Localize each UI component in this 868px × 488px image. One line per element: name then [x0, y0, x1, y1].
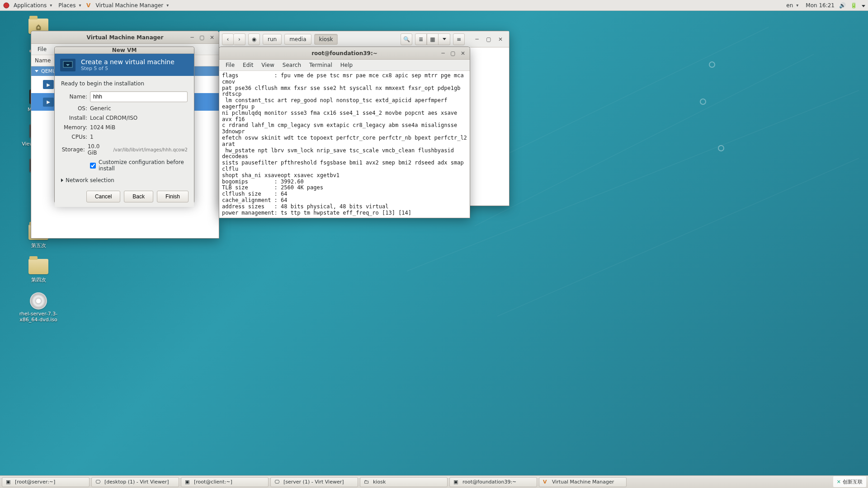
- terminal-titlebar[interactable]: root@foundation39:~ ─ ▢ ✕: [219, 47, 470, 60]
- hamburger-button[interactable]: ≡: [453, 33, 465, 45]
- taskbar: ▣[root@server:~] 🖵[desktop (1) - Virt Vi…: [0, 475, 868, 488]
- back-nav-button[interactable]: ‹: [222, 33, 234, 45]
- user-menu-caret[interactable]: [862, 2, 865, 9]
- monitor-icon: 🖵: [274, 479, 281, 485]
- desktop-icon-iso[interactable]: rhel-server-7.3-x86_64-dvd.iso: [14, 292, 63, 323]
- vmm-app-icon: V: [85, 2, 92, 9]
- menu-search[interactable]: Search: [279, 61, 305, 70]
- wizard-step: Step 5 of 5: [81, 66, 175, 71]
- storage-label: Storage:: [61, 146, 85, 153]
- svg-point-7: [4, 3, 9, 8]
- task-root-server[interactable]: ▣[root@server:~]: [2, 477, 90, 487]
- play-icon: ▶: [43, 80, 54, 89]
- battery-icon[interactable]: 🔋: [850, 2, 857, 9]
- storage-value: 10.0 GiB: [88, 143, 109, 156]
- crumb-kiosk[interactable]: kiosk: [314, 34, 338, 45]
- files-icon: 🗀: [364, 479, 370, 485]
- newvm-dialog: New VM Create a new virtual machine Step…: [54, 47, 194, 203]
- svg-point-4: [709, 62, 715, 67]
- close-button[interactable]: ✕: [458, 49, 468, 58]
- minimize-button[interactable]: ─: [187, 33, 197, 42]
- gnome-topbar: Applications Places V Virtual Machine Ma…: [0, 0, 868, 11]
- maximize-button[interactable]: ▢: [197, 33, 207, 42]
- task-desktop-viewer[interactable]: 🖵[desktop (1) - Virt Viewer]: [91, 477, 179, 487]
- cpus-label: CPUs:: [61, 134, 87, 140]
- memory-value: 1024 MiB: [90, 124, 115, 131]
- clock[interactable]: Mon 16:21: [806, 2, 835, 9]
- cpus-value: 1: [90, 134, 94, 140]
- watermark: ✕创新互联: [833, 476, 866, 487]
- play-icon: ▶: [43, 98, 54, 107]
- name-input[interactable]: [90, 91, 188, 102]
- cancel-button[interactable]: Cancel: [86, 191, 120, 202]
- terminal-menubar: File Edit View Search Terminal Help: [219, 60, 470, 71]
- maximize-button[interactable]: ▢: [448, 49, 458, 58]
- view-dropdown-button[interactable]: [439, 33, 450, 45]
- terminal-icon: ▣: [6, 479, 12, 485]
- view-grid-button[interactable]: ▦: [427, 33, 439, 45]
- menu-help[interactable]: Help: [337, 61, 356, 70]
- customize-label: Customize configuration before install: [99, 159, 188, 172]
- os-label: OS:: [61, 105, 87, 112]
- lang-indicator[interactable]: en: [783, 1, 801, 9]
- close-button[interactable]: ✕: [207, 33, 217, 42]
- crumb-run[interactable]: run: [263, 34, 282, 45]
- terminal-window: root@foundation39:~ ─ ▢ ✕ File Edit View…: [219, 47, 470, 218]
- svg-point-5: [700, 99, 706, 104]
- expand-icon: [61, 178, 63, 182]
- forward-nav-button[interactable]: ›: [234, 33, 245, 45]
- terminal-output[interactable]: flags : fpu vme de pse tsc msr pae mce c…: [219, 71, 470, 218]
- app-menu[interactable]: Virtual Machine Manager: [93, 1, 172, 9]
- monitor-icon: 🖵: [95, 479, 102, 485]
- memory-label: Memory:: [61, 124, 87, 131]
- storage-path: /var/lib/libvirt/images/hhh.qcow2: [113, 147, 188, 152]
- menu-edit[interactable]: Edit: [239, 61, 257, 70]
- task-kiosk[interactable]: 🗀kiosk: [360, 477, 448, 487]
- terminal-icon: ▣: [453, 479, 460, 485]
- install-label: Install:: [61, 115, 87, 121]
- newvm-titlebar[interactable]: New VM: [55, 47, 194, 54]
- menu-file[interactable]: File: [222, 61, 238, 70]
- crumb-media[interactable]: media: [284, 34, 311, 45]
- terminal-title: root@foundation39:~: [311, 50, 377, 56]
- monitor-icon: [60, 59, 75, 71]
- task-terminal[interactable]: ▣root@foundation39:~: [449, 477, 537, 487]
- vmm-icon: V: [543, 479, 549, 485]
- drive-icon[interactable]: ◉: [248, 33, 260, 45]
- newvm-title: New VM: [112, 47, 137, 53]
- task-server-viewer[interactable]: 🖵[server (1) - Virt Viewer]: [270, 477, 358, 487]
- activities-icon: [3, 2, 10, 9]
- task-root-client[interactable]: ▣[root@client:~]: [181, 477, 269, 487]
- svg-line-1: [475, 54, 814, 226]
- wizard-heading: Create a new virtual machine: [81, 58, 175, 66]
- vmm-title: Virtual Machine Manager: [87, 34, 164, 41]
- wizard-lead: Ready to begin the installation: [61, 80, 188, 87]
- close-button[interactable]: ✕: [495, 33, 506, 45]
- minimize-button[interactable]: ─: [471, 33, 483, 45]
- os-value: Generic: [90, 105, 111, 112]
- volume-icon[interactable]: 🔊: [839, 2, 846, 9]
- svg-point-6: [718, 145, 724, 151]
- minimize-button[interactable]: ─: [438, 49, 448, 58]
- places-menu[interactable]: Places: [56, 1, 84, 9]
- network-expander[interactable]: Network selection: [61, 177, 188, 183]
- menu-terminal[interactable]: Terminal: [306, 61, 336, 70]
- search-button[interactable]: 🔍: [401, 33, 412, 45]
- task-vmm[interactable]: VVirtual Machine Manager: [539, 477, 627, 487]
- install-value: Local CDROM/ISO: [90, 115, 137, 121]
- customize-checkbox[interactable]: [90, 163, 96, 169]
- vmm-titlebar[interactable]: Virtual Machine Manager ─ ▢ ✕: [31, 31, 219, 44]
- applications-menu[interactable]: Applications: [11, 1, 55, 9]
- svg-line-3: [497, 158, 859, 316]
- menu-view[interactable]: View: [258, 61, 278, 70]
- finish-button[interactable]: Finish: [157, 191, 189, 202]
- view-list-button[interactable]: ≣: [415, 33, 427, 45]
- files-header: ‹ › ◉ run media kiosk 🔍 ≣ ▦ ≡ ─ ▢ ✕: [219, 31, 509, 47]
- menu-file[interactable]: File: [34, 45, 50, 54]
- maximize-button[interactable]: ▢: [483, 33, 495, 45]
- back-button[interactable]: Back: [124, 191, 153, 202]
- terminal-icon: ▣: [185, 479, 191, 485]
- desktop-icon-folder-4[interactable]: 第四次: [20, 258, 57, 283]
- wizard-banner: Create a new virtual machine Step 5 of 5: [55, 54, 194, 76]
- name-label: Name:: [61, 94, 87, 100]
